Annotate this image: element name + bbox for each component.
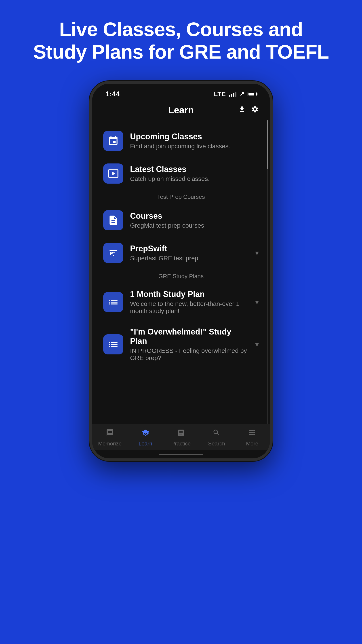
scroll-track (267, 120, 268, 424)
overwhelmed-text: "I'm Overwhelmed!" Study Plan IN PROGRES… (130, 327, 249, 362)
overwhelmed-chevron: ▾ (255, 340, 259, 348)
menu-item-courses[interactable]: Courses GregMat test prep courses. (92, 204, 270, 236)
overwhelmed-title: "I'm Overwhelmed!" Study Plan (130, 327, 249, 346)
learn-nav-label: Learn (139, 440, 152, 447)
home-indicator (92, 450, 270, 458)
phone-screen: 1:44 LTE ↗ (92, 84, 270, 458)
courses-subtitle: GregMat test prep courses. (130, 222, 259, 229)
content-area[interactable]: Upcoming Classes Find and join upcoming … (92, 120, 270, 424)
upcoming-classes-icon (103, 131, 123, 151)
practice-label: Practice (171, 440, 191, 447)
phone-shell: 1:44 LTE ↗ (89, 81, 273, 461)
status-icons: LTE ↗ (214, 90, 257, 98)
lte-label: LTE (214, 90, 226, 98)
menu-item-latest-classes[interactable]: Latest Classes Catch up on missed classe… (92, 157, 270, 190)
signal-icon (229, 92, 236, 96)
phone-mockup: 1:44 LTE ↗ (89, 81, 273, 461)
latest-classes-icon (103, 164, 123, 184)
courses-title: Courses (130, 211, 259, 221)
upcoming-classes-subtitle: Find and join upcoming live classes. (130, 143, 259, 150)
divider-left (103, 197, 153, 197)
menu-item-overwhelmed[interactable]: "I'm Overwhelmed!" Study Plan IN PROGRES… (92, 321, 270, 368)
header-action-icons (238, 106, 259, 115)
overwhelmed-icon (103, 334, 123, 354)
more-label: More (246, 440, 258, 447)
menu-item-prepswift[interactable]: P PrepSwift Superfast GRE test prep. ▾ (92, 236, 270, 269)
app-header-title: Learn (168, 105, 194, 116)
courses-icon (103, 210, 123, 230)
latest-classes-text: Latest Classes Catch up on missed classe… (130, 164, 259, 182)
1month-chevron: ▾ (255, 298, 259, 306)
nav-item-search[interactable]: Search (199, 429, 234, 447)
battery-icon (248, 92, 257, 96)
svg-text:P: P (109, 251, 113, 256)
prepswift-text: PrepSwift Superfast GRE test prep. (130, 244, 249, 262)
page-headline: Live Classes, Courses and Study Plans fo… (11, 0, 351, 76)
bottom-navigation: Memorize Learn (92, 424, 270, 450)
scroll-thumb (267, 120, 268, 169)
overwhelmed-subtitle: IN PROGRESS - Feeling overwhelmed by GRE… (130, 347, 249, 362)
1month-subtitle: Welcome to the new, better-than-ever 1 m… (130, 300, 249, 314)
settings-icon[interactable] (251, 106, 259, 115)
app-header: Learn (92, 100, 270, 120)
memorize-label: Memorize (98, 440, 122, 447)
prepswift-title: PrepSwift (130, 244, 249, 253)
1month-title: 1 Month Study Plan (130, 290, 249, 299)
prepswift-icon: P (103, 243, 123, 263)
divider-right (209, 197, 259, 197)
upcoming-classes-text: Upcoming Classes Find and join upcoming … (130, 132, 259, 150)
menu-item-upcoming-classes[interactable]: Upcoming Classes Find and join upcoming … (92, 124, 270, 157)
more-icon (248, 429, 256, 439)
headline-line1: Live Classes, Courses and (59, 18, 303, 40)
home-bar (159, 454, 203, 455)
section-test-prep: Test Prep Courses (92, 190, 270, 204)
latest-classes-title: Latest Classes (130, 164, 259, 174)
section-gre-label: GRE Study Plans (158, 273, 204, 280)
1month-text: 1 Month Study Plan Welcome to the new, b… (130, 290, 249, 314)
upcoming-classes-title: Upcoming Classes (130, 132, 259, 141)
download-icon[interactable] (238, 106, 246, 115)
prepswift-subtitle: Superfast GRE test prep. (130, 255, 249, 262)
nav-item-practice[interactable]: Practice (163, 429, 199, 447)
divider-left-2 (103, 276, 154, 276)
learn-nav-icon (141, 429, 149, 439)
search-nav-icon (213, 429, 221, 439)
headline-line2: Study Plans for GRE and TOEFL (33, 41, 329, 63)
section-gre-study-plans: GRE Study Plans (92, 269, 270, 283)
divider-right-2 (208, 276, 259, 276)
status-time: 1:44 (105, 90, 120, 98)
courses-text: Courses GregMat test prep courses. (130, 211, 259, 229)
search-label: Search (208, 440, 225, 447)
memorize-icon (106, 429, 114, 439)
status-bar: 1:44 LTE ↗ (92, 84, 270, 100)
signal-arrow-icon: ↗ (240, 90, 245, 98)
nav-item-learn[interactable]: Learn (128, 429, 163, 447)
nav-item-memorize[interactable]: Memorize (92, 429, 128, 447)
latest-classes-subtitle: Catch up on missed classes. (130, 175, 259, 182)
section-test-prep-label: Test Prep Courses (157, 194, 205, 200)
practice-icon (177, 429, 185, 439)
prepswift-chevron: ▾ (255, 249, 259, 257)
menu-item-1month[interactable]: 1 Month Study Plan Welcome to the new, b… (92, 283, 270, 321)
1month-icon (103, 292, 123, 312)
nav-item-more[interactable]: More (234, 429, 270, 447)
